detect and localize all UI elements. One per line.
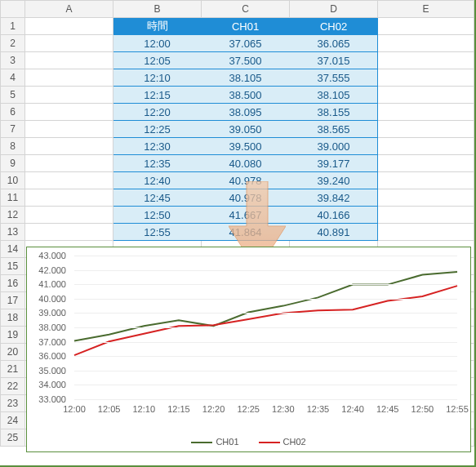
col-header-E[interactable]: E (378, 1, 474, 18)
y-tick-label: 43.000 (32, 251, 66, 260)
ch02-cell[interactable]: 40.166 (290, 207, 378, 224)
ch02-cell[interactable]: 38.105 (290, 87, 378, 104)
row-header[interactable]: 12 (1, 207, 25, 224)
ch01-cell[interactable]: 41.667 (202, 207, 290, 224)
row-header[interactable]: 7 (1, 121, 25, 138)
cell[interactable] (378, 104, 474, 121)
cell[interactable] (25, 69, 113, 87)
cell[interactable] (378, 138, 474, 155)
row-header[interactable]: 3 (1, 52, 25, 69)
row-header[interactable]: 19 (1, 327, 25, 344)
row-header[interactable]: 4 (1, 69, 25, 87)
time-cell[interactable]: 12:20 (113, 104, 202, 121)
cell[interactable] (25, 138, 113, 155)
cell[interactable] (25, 18, 113, 35)
row-header[interactable]: 8 (1, 138, 25, 155)
table-header-cell[interactable]: 時間 (113, 18, 202, 35)
col-header-D[interactable]: D (290, 1, 378, 18)
cell[interactable] (25, 207, 113, 224)
row-header[interactable]: 2 (1, 35, 25, 52)
x-tick-label: 12:25 (232, 404, 265, 414)
ch01-cell[interactable]: 40.978 (202, 172, 290, 189)
cell[interactable] (378, 18, 474, 35)
row-header[interactable]: 14 (1, 241, 25, 258)
col-header-C[interactable]: C (202, 1, 290, 18)
select-all-corner[interactable] (1, 1, 25, 18)
cell[interactable] (25, 224, 113, 241)
cell[interactable] (378, 69, 474, 87)
row-header[interactable]: 21 (1, 361, 25, 378)
cell[interactable] (378, 155, 474, 172)
time-cell[interactable]: 12:30 (113, 138, 202, 155)
col-header-B[interactable]: B (113, 1, 202, 18)
row-header[interactable]: 10 (1, 172, 25, 189)
time-cell[interactable]: 12:40 (113, 172, 202, 189)
row-header[interactable]: 6 (1, 104, 25, 121)
ch02-cell[interactable]: 36.065 (290, 35, 378, 52)
row-header[interactable]: 16 (1, 275, 25, 292)
cell[interactable] (25, 87, 113, 104)
cell[interactable] (25, 155, 113, 172)
time-cell[interactable]: 12:45 (113, 189, 202, 207)
row-header[interactable]: 20 (1, 344, 25, 361)
time-cell[interactable]: 12:25 (113, 121, 202, 138)
row-header[interactable]: 25 (1, 429, 25, 447)
table-header-cell[interactable]: CH01 (202, 18, 290, 35)
row-header[interactable]: 18 (1, 309, 25, 327)
time-cell[interactable]: 12:50 (113, 207, 202, 224)
ch02-cell[interactable]: 38.565 (290, 121, 378, 138)
time-cell[interactable]: 12:10 (113, 69, 202, 87)
cell[interactable] (378, 207, 474, 224)
ch01-cell[interactable]: 40.978 (202, 189, 290, 207)
cell[interactable] (378, 224, 474, 241)
ch02-cell[interactable]: 39.000 (290, 138, 378, 155)
ch01-cell[interactable]: 41.864 (202, 224, 290, 241)
cell[interactable] (378, 172, 474, 189)
time-cell[interactable]: 12:15 (113, 87, 202, 104)
ch01-cell[interactable]: 38.095 (202, 104, 290, 121)
time-cell[interactable]: 12:55 (113, 224, 202, 241)
ch01-cell[interactable]: 38.500 (202, 87, 290, 104)
row-header[interactable]: 13 (1, 224, 25, 241)
row-header[interactable]: 11 (1, 189, 25, 207)
series-line (74, 286, 457, 355)
cell[interactable] (25, 172, 113, 189)
ch02-cell[interactable]: 38.155 (290, 104, 378, 121)
cell[interactable] (378, 87, 474, 104)
time-cell[interactable]: 12:05 (113, 52, 202, 69)
cell[interactable] (25, 121, 113, 138)
row-header[interactable]: 17 (1, 292, 25, 309)
ch02-cell[interactable]: 39.177 (290, 155, 378, 172)
cell[interactable] (378, 121, 474, 138)
row-header[interactable]: 22 (1, 378, 25, 395)
cell[interactable] (25, 52, 113, 69)
ch01-cell[interactable]: 39.050 (202, 121, 290, 138)
col-header-A[interactable]: A (25, 1, 113, 18)
table-header-cell[interactable]: CH02 (290, 18, 378, 35)
cell[interactable] (25, 189, 113, 207)
cell[interactable] (378, 35, 474, 52)
ch01-cell[interactable]: 39.500 (202, 138, 290, 155)
row-header[interactable]: 9 (1, 155, 25, 172)
time-cell[interactable]: 12:35 (113, 155, 202, 172)
ch01-cell[interactable]: 37.065 (202, 35, 290, 52)
row-header[interactable]: 1 (1, 18, 25, 35)
ch02-cell[interactable]: 40.891 (290, 224, 378, 241)
row-header[interactable]: 24 (1, 412, 25, 429)
ch01-cell[interactable]: 38.105 (202, 69, 290, 87)
row-header[interactable]: 15 (1, 258, 25, 275)
ch02-cell[interactable]: 37.015 (290, 52, 378, 69)
ch02-cell[interactable]: 39.240 (290, 172, 378, 189)
ch02-cell[interactable]: 39.842 (290, 189, 378, 207)
row-header[interactable]: 5 (1, 87, 25, 104)
cell[interactable] (25, 35, 113, 52)
time-cell[interactable]: 12:00 (113, 35, 202, 52)
ch01-cell[interactable]: 40.080 (202, 155, 290, 172)
row-header[interactable]: 23 (1, 395, 25, 412)
cell[interactable] (25, 104, 113, 121)
cell[interactable] (378, 52, 474, 69)
line-chart[interactable]: 33.00034.00035.00036.00037.00038.00039.0… (26, 247, 471, 452)
cell[interactable] (378, 189, 474, 207)
ch02-cell[interactable]: 37.555 (290, 69, 378, 87)
ch01-cell[interactable]: 37.500 (202, 52, 290, 69)
